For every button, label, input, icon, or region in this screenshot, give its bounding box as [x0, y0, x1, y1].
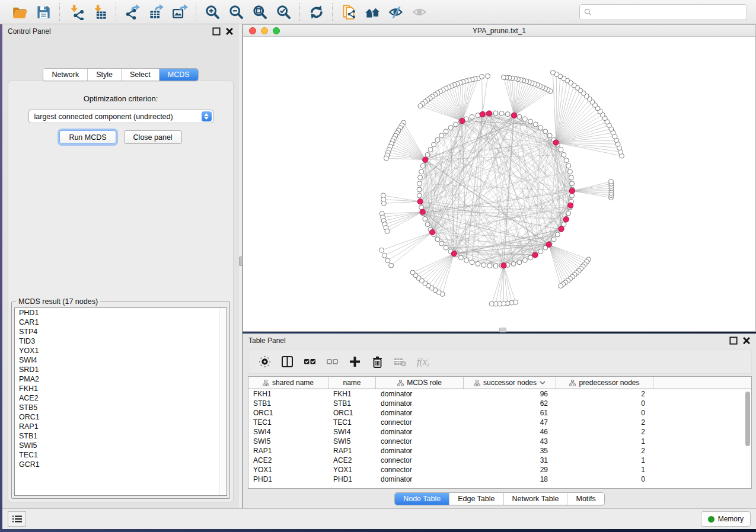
column-header-name[interactable]: name	[328, 377, 376, 389]
mcds-result-item[interactable]: ACE2	[15, 393, 227, 403]
table-cell: 29	[464, 466, 556, 474]
deselect-all-button[interactable]	[323, 353, 342, 371]
search-box[interactable]	[579, 4, 747, 20]
delete-table-button	[391, 353, 409, 371]
optimization-criterion-select[interactable]: largest connected component (undirected)	[28, 110, 213, 123]
mcds-result-item[interactable]: PMA2	[15, 374, 227, 384]
float-icon	[212, 27, 221, 36]
mcds-result-item[interactable]: STP4	[15, 327, 227, 336]
export-image-button[interactable]	[168, 2, 192, 21]
add-column-button[interactable]	[346, 353, 364, 371]
table-scrollbar-thumb[interactable]	[745, 392, 750, 446]
open-session-button[interactable]	[8, 2, 31, 21]
table-row[interactable]: TEC1TEC1connector472	[248, 418, 751, 427]
mcds-result-item[interactable]: RAP1	[15, 422, 227, 431]
table-row[interactable]: ACE2ACE2connector311	[248, 456, 751, 465]
mcds-result-list[interactable]: PHD1CAR1STP4TID3YOX1SWI4SRD1PMA2FKH1ACE2…	[14, 307, 227, 496]
import-network-button[interactable]	[64, 2, 88, 21]
mcds-result-title: MCDS result (17 nodes)	[16, 297, 100, 306]
table-cell: 18	[464, 475, 556, 483]
tab-edge-table[interactable]: Edge Table	[449, 493, 503, 505]
network-from-document-button[interactable]	[337, 2, 361, 21]
table-row[interactable]: ORC1ORC1dominator610	[248, 408, 751, 418]
table-row[interactable]: SWI4SWI4dominator462	[248, 427, 751, 437]
tab-motifs[interactable]: Motifs	[567, 493, 604, 505]
tab-style[interactable]: Style	[87, 69, 121, 81]
search-input[interactable]	[592, 5, 747, 20]
close-table-panel-button[interactable]	[742, 336, 751, 345]
export-table-button[interactable]	[144, 2, 168, 21]
column-header-successor-nodes[interactable]: successor nodes	[464, 377, 556, 389]
table-cell: 96	[464, 390, 556, 398]
tab-node-table[interactable]: Node Table	[395, 493, 449, 505]
column-header-predecessor-nodes[interactable]: predecessor nodes	[556, 377, 653, 389]
table-cell: PHD1	[248, 475, 328, 483]
table-row[interactable]: FKH1FKH1dominator962	[248, 389, 751, 399]
table-cell: RAP1	[248, 447, 328, 455]
table-row[interactable]: PHD1PHD1dominator180	[248, 475, 751, 484]
homes-button[interactable]	[361, 2, 384, 21]
table-cell: dominator	[376, 447, 464, 455]
task-history-button[interactable]	[8, 511, 26, 527]
table-cell: 1	[556, 456, 653, 464]
mcds-result-item[interactable]: TEC1	[15, 450, 227, 460]
delete-column-button[interactable]	[368, 353, 387, 371]
float-table-panel-button[interactable]	[729, 336, 738, 345]
table-cell: TEC1	[328, 418, 376, 427]
close-panel-button[interactable]	[225, 27, 234, 36]
table-cell: 2	[556, 418, 653, 427]
save-session-button[interactable]	[31, 2, 55, 21]
export-network-button[interactable]	[120, 2, 144, 21]
refresh-button[interactable]	[304, 2, 328, 21]
network-graph[interactable]	[243, 37, 755, 331]
table-scrollbar[interactable]	[745, 390, 751, 488]
horizontal-divider-grip[interactable]	[499, 328, 506, 332]
table-row[interactable]: RAP1RAP1dominator352	[248, 446, 751, 456]
column-header-shared-name[interactable]: shared name	[248, 377, 328, 389]
mcds-result-item[interactable]: STB5	[15, 403, 227, 412]
tab-network-table[interactable]: Network Table	[503, 493, 567, 505]
table-cell: 35	[464, 447, 556, 455]
mcds-result-item[interactable]: FKH1	[15, 384, 227, 393]
mcds-result-item[interactable]: TID3	[15, 336, 227, 346]
mcds-list-scrollbar[interactable]	[219, 308, 227, 495]
hide-details-button[interactable]	[384, 2, 408, 21]
run-mcds-button[interactable]: Run MCDS	[59, 130, 116, 144]
tab-select[interactable]: Select	[121, 69, 159, 81]
table-cell: SWI5	[328, 437, 376, 446]
mcds-result-item[interactable]: CAR1	[15, 318, 227, 327]
mcds-result-item[interactable]: SRD1	[15, 365, 227, 374]
table-row[interactable]: YOX1YOX1connector291	[248, 465, 751, 475]
refresh-icon	[308, 4, 324, 20]
zoom-in-button[interactable]	[200, 2, 224, 21]
float-panel-button[interactable]	[212, 27, 221, 36]
mcds-result-item[interactable]: ORC1	[15, 412, 227, 422]
network-canvas[interactable]	[243, 37, 756, 332]
mcds-result-item[interactable]: GCR1	[15, 460, 227, 469]
table-row[interactable]: STB1STB1dominator620	[248, 399, 751, 408]
table-panel-title: Table Panel	[248, 336, 286, 345]
table-cell: 0	[556, 399, 653, 408]
mcds-result-item[interactable]: SWI5	[15, 441, 227, 450]
select-all-button[interactable]	[301, 353, 319, 371]
mcds-result-item[interactable]: STB1	[15, 431, 227, 441]
column-header-MCDS-role[interactable]: MCDS role	[376, 377, 464, 389]
table-settings-button[interactable]	[256, 353, 274, 371]
mcds-result-item[interactable]: PHD1	[15, 308, 227, 318]
tab-network[interactable]: Network	[43, 69, 87, 81]
table-cell: dominator	[376, 475, 464, 483]
show-columns-button[interactable]	[278, 353, 296, 371]
close-panel-button-2[interactable]: Close panel	[124, 130, 182, 144]
mcds-result-item[interactable]: YOX1	[15, 346, 227, 355]
memory-button[interactable]: Memory	[701, 511, 751, 527]
table-cell: 0	[556, 475, 653, 483]
zoom-selected-button[interactable]	[272, 2, 295, 21]
control-panel-tabbar: NetworkStyleSelectMCDS	[43, 68, 198, 81]
zoom-out-button[interactable]	[224, 2, 248, 21]
mcds-result-item[interactable]: SWI4	[15, 355, 227, 365]
table-row[interactable]: SWI5SWI5connector431	[248, 437, 751, 446]
import-table-button[interactable]	[88, 2, 111, 21]
zoom-fit-button[interactable]	[248, 2, 272, 21]
network-window-titlebar[interactable]: YPA_prune.txt_1	[243, 24, 756, 37]
tab-mcds[interactable]: MCDS	[159, 69, 198, 81]
